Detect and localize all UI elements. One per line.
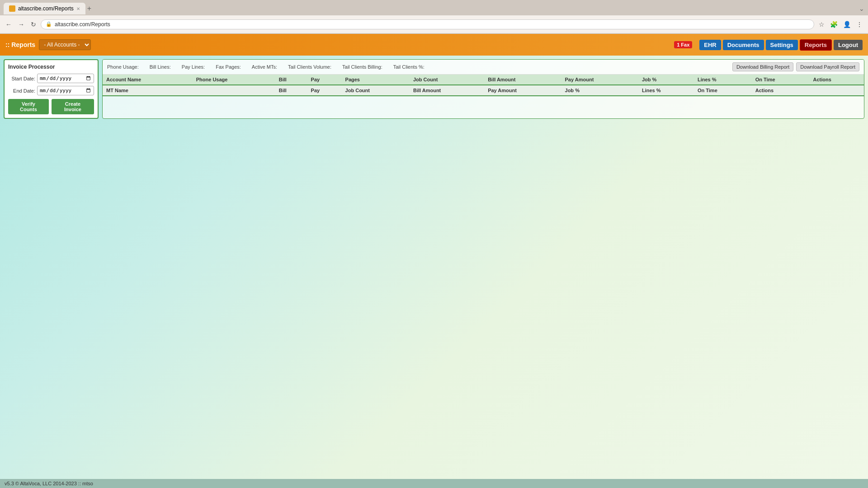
start-date-label: Start Date: <box>8 76 35 81</box>
tab-close-icon[interactable]: ✕ <box>76 6 80 11</box>
lock-icon: 🔒 <box>46 21 52 27</box>
col-pages: Pages <box>342 75 410 85</box>
pay-lines-label: Pay Lines: <box>182 64 205 70</box>
col-account-name: Account Name <box>103 75 193 85</box>
download-billing-button[interactable]: Download Billing Report <box>732 62 793 71</box>
col-job-pct: Job % <box>638 75 694 85</box>
stat-bill-lines: Bill Lines: <box>150 64 173 70</box>
main-toolbar: :: Reports - All Accounts - 1 Fax EHR Do… <box>0 34 868 56</box>
tail-clients-billing-label: Tail Clients Billing: <box>342 64 382 70</box>
profile-button[interactable]: 👤 <box>841 20 853 29</box>
bill-lines-label: Bill Lines: <box>150 64 171 70</box>
fax-pages-label: Fax Pages: <box>216 64 241 70</box>
stat-tail-clients-volume: Tail Clients Volume: <box>288 64 333 70</box>
stat-pay-lines: Pay Lines: <box>182 64 207 70</box>
back-button[interactable]: ← <box>4 20 14 29</box>
phone-usage-label: Phone Usage: <box>107 64 139 70</box>
nav-settings[interactable]: Settings <box>766 40 798 50</box>
sub-header-row: MT Name Bill Pay Job Count Bill Amount P… <box>103 85 864 96</box>
end-date-row: End Date: <box>8 86 94 95</box>
tab-title: altascribe.com/Reports <box>18 5 74 12</box>
main-header-row: Account Name Phone Usage Bill Pay Pages … <box>103 75 864 85</box>
active-tab[interactable]: altascribe.com/Reports ✕ <box>4 3 85 14</box>
start-date-input[interactable] <box>37 74 94 83</box>
stat-fax-pages: Fax Pages: <box>216 64 243 70</box>
stat-tail-clients-pct: Tail Clients %: <box>393 64 426 70</box>
forward-button[interactable]: → <box>16 20 26 29</box>
end-date-label: End Date: <box>8 88 35 94</box>
subcol-pay-amount: Pay Amount <box>484 85 561 96</box>
subcol-on-time: On Time <box>694 85 752 96</box>
content-area: Invoice Processor Start Date: End Date: … <box>0 56 868 122</box>
subcol-actions: Actions <box>752 85 810 96</box>
nav-actions: ☆ 🧩 👤 ⋮ <box>817 20 864 29</box>
button-row: Verify Counts Create Invoice <box>8 99 94 114</box>
browser-chrome: altascribe.com/Reports ✕ + ⌄ ← → ↻ 🔒 alt… <box>0 0 868 34</box>
col-pay-amount: Pay Amount <box>561 75 638 85</box>
subcol-job-pct: Job % <box>561 85 638 96</box>
fax-badge[interactable]: 1 Fax <box>674 41 692 48</box>
bookmark-button[interactable]: ☆ <box>817 20 826 29</box>
stat-tail-clients-billing: Tail Clients Billing: <box>342 64 384 70</box>
footer-text: v5.3 © AltaVoca, LLC 2014-2023 :: mtso <box>5 481 93 486</box>
tail-clients-pct-label: Tail Clients %: <box>393 64 425 70</box>
col-bill-amount: Bill Amount <box>484 75 561 85</box>
nav-reports[interactable]: Reports <box>800 39 832 51</box>
start-date-row: Start Date: <box>8 74 94 83</box>
footer: v5.3 © AltaVoca, LLC 2014-2023 :: mtso <box>0 479 868 488</box>
stats-bar: Phone Usage: Bill Lines: Pay Lines: Fax … <box>103 60 864 75</box>
tail-clients-volume-label: Tail Clients Volume: <box>288 64 331 70</box>
menu-button[interactable]: ⋮ <box>854 20 864 29</box>
col-actions: Actions <box>810 75 864 85</box>
tab-favicon <box>9 5 15 12</box>
stat-phone-usage: Phone Usage: <box>107 64 141 70</box>
report-table: Account Name Phone Usage Bill Pay Pages … <box>103 75 864 96</box>
address-bar[interactable]: 🔒 altascribe.com/Reports <box>41 19 814 29</box>
account-select[interactable]: - All Accounts - <box>39 39 91 50</box>
reload-button[interactable]: ↻ <box>29 20 38 29</box>
nav-logout[interactable]: Logout <box>834 40 863 50</box>
left-panel: Invoice Processor Start Date: End Date: … <box>4 59 99 119</box>
nav-ehr[interactable]: EHR <box>699 40 721 50</box>
verify-counts-button[interactable]: Verify Counts <box>8 99 49 114</box>
col-lines-pct: Lines % <box>694 75 752 85</box>
toolbar-nav: EHR Documents Settings Reports Logout <box>699 39 863 51</box>
subcol-pay: Pay <box>307 85 342 96</box>
download-buttons: Download Billing Report Download Payroll… <box>732 62 859 71</box>
col-phone-usage: Phone Usage <box>193 75 275 85</box>
subcol-lines-pct: Lines % <box>638 85 694 96</box>
tab-bar: altascribe.com/Reports ✕ + ⌄ <box>0 0 868 15</box>
stat-active-mts: Active MTs: <box>252 64 279 70</box>
nav-documents[interactable]: Documents <box>723 40 764 50</box>
extensions-button[interactable]: 🧩 <box>828 20 840 29</box>
col-on-time: On Time <box>752 75 810 85</box>
new-tab-button[interactable]: + <box>87 5 91 13</box>
address-text: altascribe.com/Reports <box>55 21 809 28</box>
nav-bar: ← → ↻ 🔒 altascribe.com/Reports ☆ 🧩 👤 ⋮ <box>0 15 868 33</box>
reports-label: :: Reports <box>5 41 35 48</box>
col-bill: Bill <box>275 75 307 85</box>
col-pay: Pay <box>307 75 342 85</box>
create-invoice-button[interactable]: Create Invoice <box>52 99 94 114</box>
col-job-count: Job Count <box>410 75 484 85</box>
download-payroll-button[interactable]: Download Payroll Report <box>796 62 859 71</box>
subcol-bill-amount: Bill Amount <box>410 85 484 96</box>
subcol-bill: Bill <box>275 85 307 96</box>
active-mts-label: Active MTs: <box>252 64 277 70</box>
expand-icon[interactable]: ⌄ <box>859 5 864 12</box>
subcol-empty <box>193 85 275 96</box>
subcol-mt-name: MT Name <box>103 85 193 96</box>
panel-title: Invoice Processor <box>8 64 94 70</box>
toolbar-left: :: Reports - All Accounts - <box>5 39 670 50</box>
subcol-job-count: Job Count <box>342 85 410 96</box>
right-panel: Phone Usage: Bill Lines: Pay Lines: Fax … <box>102 59 864 119</box>
end-date-input[interactable] <box>37 86 94 95</box>
subcol-extra <box>810 85 864 96</box>
